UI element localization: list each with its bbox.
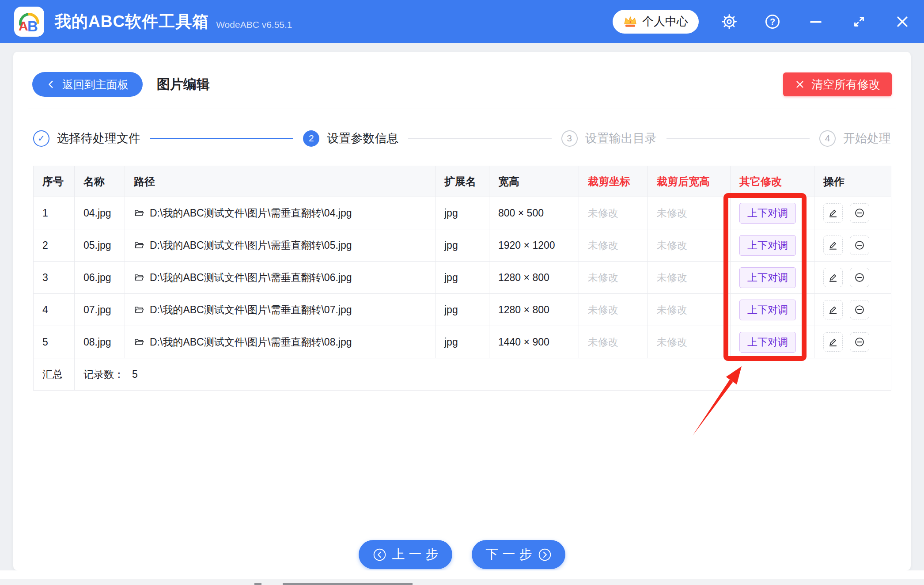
toolbar: 返回到主面板 图片编辑 清空所有修改 <box>32 72 892 97</box>
personal-center-button[interactable]: 个人中心 <box>613 10 699 34</box>
cell-size: 800 × 500 <box>489 197 579 229</box>
col-other: 其它修改 <box>731 166 814 197</box>
cell-other: 上下对调 <box>731 197 814 229</box>
cell-path: D:\我的ABC测试文件\图片\需垂直翻转\06.jpg <box>125 262 435 294</box>
personal-center-label: 个人中心 <box>642 14 688 29</box>
window-footer-area <box>0 570 924 585</box>
pencil-icon <box>828 240 838 251</box>
next-step-label: 下一步 <box>486 546 536 563</box>
taskbar-segment <box>254 583 261 585</box>
col-name: 名称 <box>75 166 125 197</box>
records-label: 记录数： <box>83 368 124 380</box>
prev-step-label: 上一步 <box>392 546 443 563</box>
cell-size: 1280 × 800 <box>489 294 579 326</box>
summary-records: 记录数：5 <box>75 358 891 391</box>
folder-open-icon[interactable] <box>134 208 144 218</box>
content-card: 返回到主面板 图片编辑 清空所有修改 ✓ 选择待处理文件 2 设置参数信息 <box>13 52 911 570</box>
cell-other: 上下对调 <box>731 229 814 262</box>
cell-actions <box>814 326 891 358</box>
cell-actions <box>814 262 891 294</box>
step-indicator: ✓ 选择待处理文件 2 设置参数信息 3 设置输出目录 4 开始处理 <box>33 126 891 151</box>
col-actions: 操作 <box>814 166 891 197</box>
path-text: D:\我的ABC测试文件\图片\需垂直翻转\05.jpg <box>150 239 352 252</box>
edit-row-button[interactable] <box>823 236 843 255</box>
cell-actions <box>814 197 891 229</box>
pencil-icon <box>828 272 838 283</box>
table-header-row: 序号 名称 路径 扩展名 宽高 裁剪坐标 裁剪后宽高 其它修改 操作 <box>34 166 891 197</box>
flip-vertical-badge: 上下对调 <box>739 332 796 353</box>
remove-row-button[interactable] <box>850 236 869 255</box>
step3-circle: 3 <box>561 130 578 147</box>
step2-circle: 2 <box>303 130 319 147</box>
cell-crop-pos: 未修改 <box>579 326 648 358</box>
app-window: A B 我的ABC软件工具箱 WodeABC v6.55.1 个人中心 <box>0 0 924 585</box>
cell-path: D:\我的ABC测试文件\图片\需垂直翻转\08.jpg <box>125 326 435 358</box>
cell-crop-size: 未修改 <box>648 326 731 358</box>
remove-row-button[interactable] <box>850 268 869 287</box>
col-ext: 扩展名 <box>435 166 489 197</box>
summary-row: 汇总 记录数：5 <box>34 358 891 391</box>
remove-row-button[interactable] <box>850 332 869 352</box>
folder-open-icon[interactable] <box>134 337 144 347</box>
app-title: 我的ABC软件工具箱 <box>55 11 209 33</box>
path-text: D:\我的ABC测试文件\图片\需垂直翻转\08.jpg <box>150 335 352 349</box>
maximize-button[interactable] <box>852 14 867 29</box>
flip-vertical-badge: 上下对调 <box>739 235 796 256</box>
settings-button[interactable] <box>722 14 737 29</box>
cell-crop-pos: 未修改 <box>579 294 648 326</box>
remove-row-button[interactable] <box>850 203 869 223</box>
path-text: D:\我的ABC测试文件\图片\需垂直翻转\06.jpg <box>150 271 352 285</box>
step-connector-3 <box>666 138 810 139</box>
pencil-icon <box>828 304 838 315</box>
cell-crop-size: 未修改 <box>648 262 731 294</box>
step4-circle: 4 <box>819 130 836 147</box>
expand-icon <box>852 14 867 29</box>
pencil-icon <box>828 337 838 347</box>
edit-row-button[interactable] <box>823 300 843 319</box>
cell-crop-pos: 未修改 <box>579 229 648 262</box>
folder-open-icon[interactable] <box>134 304 144 315</box>
cell-index: 2 <box>34 229 75 262</box>
remove-row-button[interactable] <box>850 300 869 319</box>
circle-chevron-left-icon <box>373 548 386 562</box>
cell-size: 1920 × 1200 <box>489 229 579 262</box>
table-row: 5 08.jpg D:\我的ABC测试文件\图片\需垂直翻转\08.jpg jp… <box>34 326 891 358</box>
toolbar-divider <box>28 109 896 109</box>
edit-row-button[interactable] <box>823 268 843 287</box>
clear-all-changes-button[interactable]: 清空所有修改 <box>783 72 892 96</box>
edit-row-button[interactable] <box>823 332 843 352</box>
prev-step-button[interactable]: 上一步 <box>359 540 452 569</box>
cell-ext: jpg <box>435 326 489 358</box>
help-button[interactable]: ? <box>765 14 780 29</box>
table-row: 1 04.jpg D:\我的ABC测试文件\图片\需垂直翻转\04.jpg jp… <box>34 197 891 229</box>
taskbar-strip <box>0 579 924 585</box>
col-size: 宽高 <box>489 166 579 197</box>
svg-text:?: ? <box>770 17 775 27</box>
step-connector-1 <box>150 138 293 139</box>
window-controls: ? <box>722 14 910 29</box>
table-row: 3 06.jpg D:\我的ABC测试文件\图片\需垂直翻转\06.jpg jp… <box>34 262 891 294</box>
minimize-button[interactable] <box>808 14 823 29</box>
minus-circle-icon <box>854 208 865 218</box>
next-step-button[interactable]: 下一步 <box>472 540 565 569</box>
back-to-dashboard-button[interactable]: 返回到主面板 <box>32 72 143 97</box>
svg-text:B: B <box>27 18 38 34</box>
cell-other: 上下对调 <box>731 294 814 326</box>
x-icon <box>795 79 805 90</box>
minus-circle-icon <box>854 272 865 283</box>
abc-logo-icon: A B <box>17 9 42 34</box>
cell-path: D:\我的ABC测试文件\图片\需垂直翻转\07.jpg <box>125 294 435 326</box>
cell-crop-pos: 未修改 <box>579 197 648 229</box>
col-crop-size: 裁剪后宽高 <box>648 166 731 197</box>
crown-icon <box>623 15 637 28</box>
close-button[interactable] <box>895 14 910 29</box>
cell-name: 07.jpg <box>75 294 125 326</box>
cell-index: 4 <box>34 294 75 326</box>
edit-row-button[interactable] <box>823 203 843 223</box>
taskbar-segment <box>283 583 413 585</box>
folder-open-icon[interactable] <box>134 240 144 251</box>
step3-label: 设置输出目录 <box>585 130 657 146</box>
folder-open-icon[interactable] <box>134 272 144 283</box>
pencil-icon <box>828 208 838 218</box>
chevron-left-icon <box>46 80 56 89</box>
